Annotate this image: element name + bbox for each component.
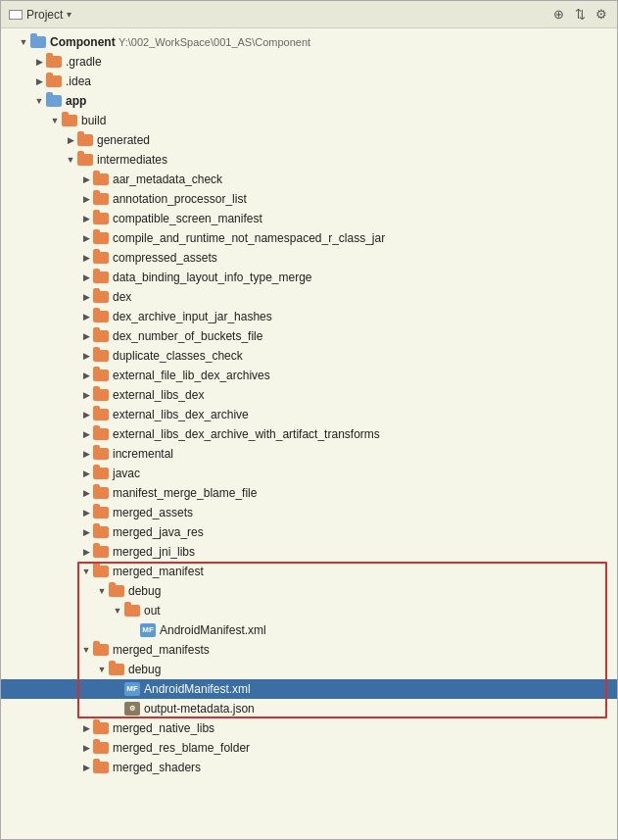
item-label: dex_archive_input_jar_hashes — [113, 308, 272, 325]
list-item[interactable]: ⚙ output-metadata.json — [1, 699, 617, 718]
folder-icon — [93, 566, 109, 577]
list-item[interactable]: compressed_assets — [1, 248, 617, 268]
list-item[interactable]: debug — [1, 581, 617, 601]
arrow-icon — [79, 425, 93, 443]
item-label: compatible_screen_manifest — [113, 210, 262, 227]
list-item[interactable]: merged_shaders — [1, 758, 617, 777]
folder-icon — [93, 448, 109, 460]
root-folder-icon — [30, 36, 46, 48]
arrow-icon — [79, 543, 93, 561]
item-label: app — [66, 92, 86, 110]
list-item[interactable]: manifest_merge_blame_file — [1, 483, 617, 503]
list-item[interactable]: dex — [1, 287, 617, 307]
arrow-icon — [79, 759, 93, 776]
arrow-icon — [79, 288, 93, 306]
item-label: AndroidManifest.xml — [160, 621, 266, 639]
folder-icon — [93, 487, 109, 499]
project-window-icon — [9, 10, 23, 20]
list-item[interactable]: .gradle — [1, 52, 617, 72]
list-item[interactable]: intermediates — [1, 150, 617, 170]
folder-icon — [93, 722, 109, 734]
item-label: merged_res_blame_folder — [113, 739, 250, 757]
item-label: external_libs_dex — [113, 386, 204, 404]
item-label: out — [144, 602, 161, 619]
list-item[interactable]: merged_manifests — [1, 640, 617, 660]
list-item[interactable]: generated — [1, 130, 617, 150]
list-item[interactable]: debug — [1, 660, 617, 679]
globe-icon[interactable]: ⊕ — [550, 7, 566, 23]
item-label: intermediates — [97, 151, 167, 169]
list-item[interactable]: annotation_processor_list — [1, 189, 617, 209]
arrow-icon — [79, 386, 93, 404]
item-label: data_binding_layout_info_type_merge — [113, 269, 312, 286]
list-item[interactable]: MF AndroidManifest.xml — [1, 679, 617, 699]
item-label: merged_assets — [113, 504, 193, 521]
item-label: duplicate_classes_check — [113, 347, 243, 365]
folder-icon — [93, 526, 109, 538]
list-item[interactable]: incremental — [1, 444, 617, 464]
list-item[interactable]: javac — [1, 464, 617, 483]
arrow-icon — [79, 327, 93, 345]
list-item[interactable]: merged_jni_libs — [1, 542, 617, 562]
list-item[interactable]: aar_metadata_check — [1, 170, 617, 189]
list-item[interactable]: build — [1, 111, 617, 130]
xml-file-icon: MF — [140, 623, 156, 637]
project-tree[interactable]: Component Y:\002_WorkSpace\001_AS\Compon… — [1, 28, 617, 839]
arrow-icon — [79, 484, 93, 502]
item-label: merged_jni_libs — [113, 543, 195, 561]
xml-file-icon: MF — [124, 682, 140, 696]
title-bar-left: Project ▾ — [9, 8, 71, 22]
arrow-icon — [95, 582, 109, 600]
settings-icon[interactable]: ⚙ — [594, 7, 609, 23]
arrow-icon — [79, 641, 93, 659]
folder-icon — [93, 272, 109, 283]
list-item[interactable]: data_binding_layout_info_type_merge — [1, 268, 617, 287]
arrow-icon — [79, 171, 93, 188]
title-bar-actions: ⊕ ⇅ ⚙ — [550, 7, 609, 23]
title-bar: Project ▾ ⊕ ⇅ ⚙ — [1, 1, 617, 28]
list-item[interactable]: out — [1, 601, 617, 620]
item-label: annotation_processor_list — [113, 190, 247, 208]
folder-icon — [93, 311, 109, 322]
arrow-icon — [79, 367, 93, 384]
list-item[interactable]: compile_and_runtime_not_namespaced_r_cla… — [1, 228, 617, 248]
list-item[interactable]: external_libs_dex_archive_with_artifact_… — [1, 424, 617, 444]
arrow-icon — [79, 406, 93, 423]
arrow-icon — [95, 661, 109, 678]
list-item[interactable]: MF AndroidManifest.xml — [1, 620, 617, 640]
arrow-icon — [79, 269, 93, 286]
item-label: merged_shaders — [113, 759, 201, 776]
list-item[interactable]: dex_archive_input_jar_hashes — [1, 307, 617, 326]
list-item[interactable]: external_file_lib_dex_archives — [1, 366, 617, 385]
list-item[interactable]: duplicate_classes_check — [1, 346, 617, 366]
minimize-icon[interactable]: ⇅ — [572, 7, 588, 23]
arrow-icon — [79, 249, 93, 267]
list-item[interactable]: app — [1, 91, 617, 111]
list-item[interactable]: compatible_screen_manifest — [1, 209, 617, 228]
folder-icon — [93, 762, 109, 773]
item-label: dex — [113, 288, 131, 306]
list-item[interactable]: .idea — [1, 72, 617, 91]
list-item[interactable]: external_libs_dex — [1, 385, 617, 405]
list-item[interactable]: external_libs_dex_archive — [1, 405, 617, 424]
folder-icon — [46, 56, 62, 68]
root-arrow — [17, 33, 30, 51]
item-label: .idea — [66, 73, 91, 90]
list-item[interactable]: merged_res_blame_folder — [1, 738, 617, 758]
item-label: generated — [97, 131, 150, 149]
panel-dropdown-arrow[interactable]: ▾ — [67, 9, 71, 20]
folder-icon — [93, 546, 109, 558]
folder-icon — [93, 252, 109, 264]
item-label: external_libs_dex_archive_with_artifact_… — [113, 425, 380, 443]
list-item[interactable]: merged_native_libs — [1, 718, 617, 738]
folder-icon — [93, 468, 109, 479]
tree-wrapper: Component Y:\002_WorkSpace\001_AS\Compon… — [1, 32, 617, 777]
list-item[interactable]: dex_number_of_buckets_file — [1, 326, 617, 346]
item-label: debug — [128, 582, 161, 600]
list-item[interactable]: merged_manifest — [1, 562, 617, 581]
tree-root[interactable]: Component Y:\002_WorkSpace\001_AS\Compon… — [1, 32, 617, 52]
list-item[interactable]: merged_java_res — [1, 522, 617, 542]
folder-icon — [93, 409, 109, 420]
folder-icon — [46, 75, 62, 87]
list-item[interactable]: merged_assets — [1, 503, 617, 522]
